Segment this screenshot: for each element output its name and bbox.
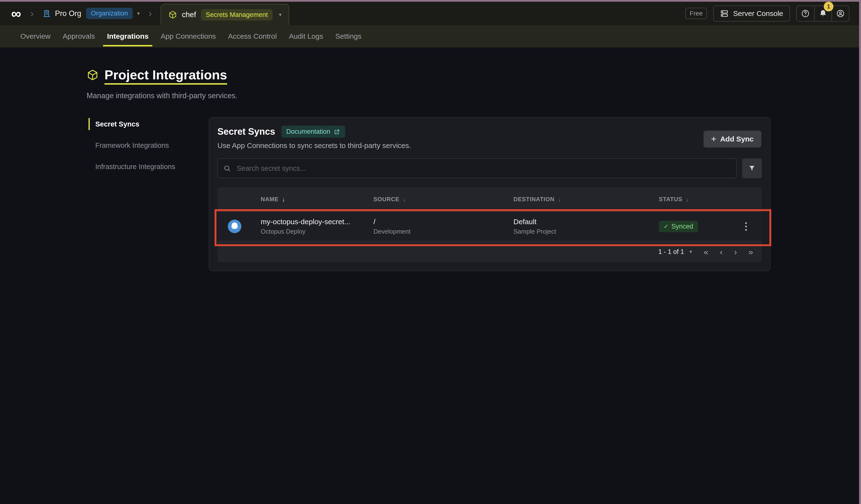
breadcrumb-project-name: chef xyxy=(182,10,196,19)
table-row[interactable]: my-octopus-deploy-secret... Octopus Depl… xyxy=(217,212,762,241)
filter-funnel-icon xyxy=(748,164,756,172)
destination-project: Sample Project xyxy=(514,228,659,235)
secret-syncs-card: Secret Syncs Documentation Use App Conne… xyxy=(209,117,770,271)
destination-name: Default xyxy=(514,218,659,226)
column-header-name[interactable]: NAME ↓ xyxy=(217,196,373,203)
plus-icon: + xyxy=(711,135,716,144)
search-icon xyxy=(223,164,231,172)
external-link-icon xyxy=(333,128,340,135)
status-label: Synced xyxy=(671,223,693,230)
source-path: / xyxy=(373,218,514,226)
breadcrumb-separator-icon: › xyxy=(30,9,33,18)
infinity-logo-icon[interactable]: ∞ xyxy=(11,6,21,21)
integrations-cube-icon xyxy=(86,69,99,81)
per-page-caret-icon[interactable]: ▾ xyxy=(689,249,692,255)
tab-approvals[interactable]: Approvals xyxy=(63,25,95,47)
check-icon: ✓ xyxy=(664,223,669,230)
notification-count-badge: 1 xyxy=(824,2,833,11)
project-dropdown-caret-icon[interactable]: ▾ xyxy=(279,12,282,17)
column-header-destination[interactable]: DESTINATION ↓ xyxy=(514,196,659,203)
window-edge-right xyxy=(859,0,861,504)
name-text-block: my-octopus-deploy-secret... Octopus Depl… xyxy=(261,218,350,235)
sync-name: my-octopus-deploy-secret... xyxy=(261,218,350,226)
tab-app-connections[interactable]: App Connections xyxy=(161,25,216,47)
add-sync-button[interactable]: + Add Sync xyxy=(703,131,761,148)
cell-status: ✓ Synced xyxy=(659,221,730,232)
sidebar-item-framework-integrations[interactable]: Framework Integrations xyxy=(88,139,205,152)
row-menu-button[interactable] xyxy=(743,220,749,233)
notifications-button[interactable]: 1 xyxy=(814,6,832,21)
organization-badge: Organization xyxy=(86,8,133,19)
page-title: Project Integrations xyxy=(105,67,227,83)
octopus-deploy-logo-icon xyxy=(228,220,241,233)
cell-name: my-octopus-deploy-secret... Octopus Depl… xyxy=(217,218,373,235)
integrations-side-menu: Secret Syncs Framework Integrations Infr… xyxy=(88,118,205,182)
sort-arrow-icon[interactable]: ↓ xyxy=(403,196,406,203)
documentation-label: Documentation xyxy=(286,128,330,135)
server-icon xyxy=(720,9,729,18)
card-subtitle: Use App Connections to sync secrets to t… xyxy=(217,141,762,150)
breadcrumb-org-name[interactable]: Pro Org xyxy=(55,9,81,18)
user-icon xyxy=(836,9,845,18)
topbar-right: Free Server Console xyxy=(685,5,849,22)
project-tab[interactable]: chef Secrets Management ▾ xyxy=(161,4,289,25)
tab-overview[interactable]: Overview xyxy=(20,25,51,47)
page-header: Project Integrations xyxy=(86,67,227,83)
card-header: Secret Syncs Documentation xyxy=(217,126,762,138)
filter-button[interactable] xyxy=(742,159,762,178)
server-console-label: Server Console xyxy=(733,10,783,18)
user-menu-button[interactable] xyxy=(832,6,849,21)
topbar-icon-group: 1 xyxy=(796,5,849,22)
tab-integrations[interactable]: Integrations xyxy=(107,25,149,47)
tab-settings[interactable]: Settings xyxy=(335,25,361,47)
breadcrumb-separator-icon: › xyxy=(149,9,152,18)
search-input[interactable] xyxy=(217,159,737,178)
sync-provider: Octopus Deploy xyxy=(261,228,350,235)
source-environment: Development xyxy=(373,228,514,235)
add-sync-label: Add Sync xyxy=(720,135,754,143)
next-page-button[interactable]: › xyxy=(734,248,737,256)
secret-syncs-table: NAME ↓ SOURCE ↓ DESTINATION ↓ STATUS ↓ xyxy=(217,187,762,262)
organization-building-icon xyxy=(42,9,51,18)
search-box xyxy=(217,159,737,178)
cell-actions xyxy=(730,220,762,233)
search-row xyxy=(217,159,762,178)
pagination-range-label: 1 - 1 of 1 xyxy=(658,248,684,256)
project-cube-icon xyxy=(168,10,177,19)
org-dropdown-caret-icon[interactable]: ▾ xyxy=(137,11,140,16)
sort-arrow-icon[interactable]: ↓ xyxy=(282,196,285,203)
documentation-link[interactable]: Documentation xyxy=(282,126,345,138)
first-page-button[interactable]: « xyxy=(704,248,708,256)
server-console-button[interactable]: Server Console xyxy=(713,5,790,22)
column-header-status[interactable]: STATUS ↓ xyxy=(659,196,730,203)
cell-source: / Development xyxy=(373,218,514,235)
project-type-badge: Secrets Management xyxy=(201,9,273,21)
topbar: ∞ › Pro Org Organization ▾ › chef Secret… xyxy=(0,2,861,25)
table-header-row: NAME ↓ SOURCE ↓ DESTINATION ↓ STATUS ↓ xyxy=(217,187,762,212)
sort-arrow-icon[interactable]: ↓ xyxy=(686,196,689,203)
status-badge: ✓ Synced xyxy=(659,221,698,232)
project-nav: Overview Approvals Integrations App Conn… xyxy=(0,25,861,47)
pagination: 1 - 1 of 1 ▾ « ‹ › » xyxy=(217,241,762,262)
plan-badge: Free xyxy=(685,8,707,19)
sort-arrow-icon[interactable]: ↓ xyxy=(558,196,561,203)
sidebar-item-secret-syncs[interactable]: Secret Syncs xyxy=(88,118,205,130)
help-button[interactable] xyxy=(797,6,814,21)
sidebar-item-infrastructure-integrations[interactable]: Infrastructure Integrations xyxy=(88,160,205,173)
window-edge-top xyxy=(0,0,861,2)
help-icon xyxy=(801,9,810,18)
tab-audit-logs[interactable]: Audit Logs xyxy=(289,25,323,47)
last-page-button[interactable]: » xyxy=(749,248,753,256)
page-subtitle: Manage integrations with third-party ser… xyxy=(86,92,237,100)
card-title: Secret Syncs xyxy=(217,126,275,137)
tab-access-control[interactable]: Access Control xyxy=(228,25,277,47)
previous-page-button[interactable]: ‹ xyxy=(720,248,722,256)
column-header-source[interactable]: SOURCE ↓ xyxy=(373,196,514,203)
cell-destination: Default Sample Project xyxy=(514,218,659,235)
